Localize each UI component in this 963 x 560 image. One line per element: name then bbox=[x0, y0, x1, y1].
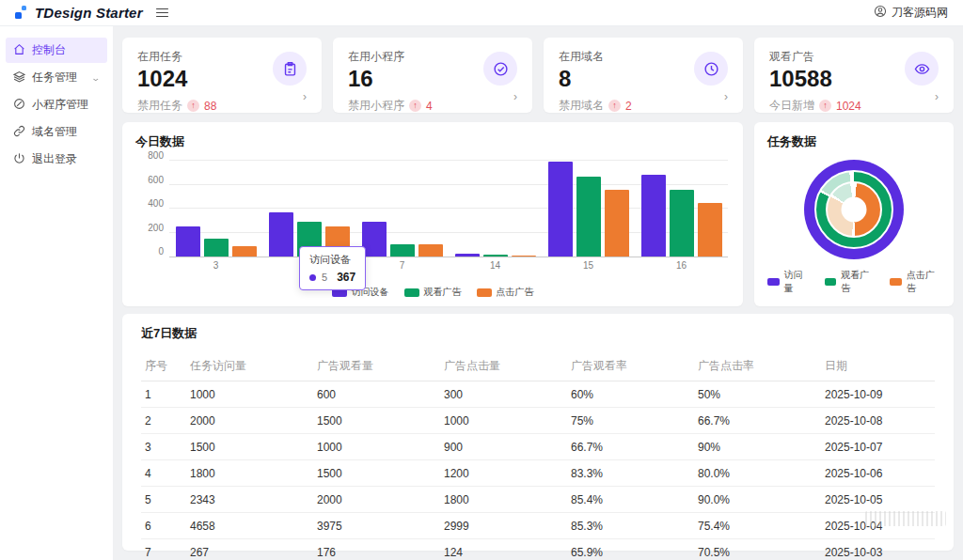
table-cell: 267 bbox=[186, 539, 313, 560]
table-cell: 2025-10-07 bbox=[821, 434, 935, 460]
user-menu[interactable]: 刀客源码网 bbox=[874, 5, 948, 21]
bar-点击广告 bbox=[418, 244, 443, 257]
sidebar-item-label: 域名管理 bbox=[32, 124, 77, 140]
stat-sub-value: 4 bbox=[426, 100, 433, 113]
y-axis-tick: 0 bbox=[135, 246, 164, 257]
tooltip-title: 访问设备 bbox=[309, 253, 355, 267]
stat-card-1[interactable]: 在用小程序16禁用小程序↑4› bbox=[333, 38, 532, 113]
stat-card-3[interactable]: 观看广告10588今日新增↑1024› bbox=[754, 38, 954, 113]
sidebar-item-label: 任务管理 bbox=[32, 70, 77, 86]
table-cell: 600 bbox=[313, 381, 440, 408]
legend-swatch bbox=[890, 278, 902, 286]
tdesign-logo-icon bbox=[15, 6, 27, 20]
stat-card-2[interactable]: 在用域名8禁用域名↑2› bbox=[544, 38, 743, 113]
chart-tooltip: 访问设备 5 367 bbox=[299, 246, 366, 290]
stat-sub-value: 2 bbox=[625, 100, 632, 113]
legend-swatch bbox=[825, 278, 837, 286]
sidebar-item-0[interactable]: 控制台 bbox=[6, 38, 107, 63]
y-axis-tick: 600 bbox=[135, 175, 164, 185]
table-column-header: 日期 bbox=[821, 351, 935, 381]
trend-up-icon: ↑ bbox=[608, 100, 621, 112]
stat-card-row: 在用任务1024禁用任务↑88›在用小程序16禁用小程序↑4›在用域名8禁用域名… bbox=[122, 38, 954, 113]
table-row: 418001500120083.3%80.0%2025-10-06 bbox=[141, 460, 935, 487]
x-axis-tick: 3 bbox=[176, 260, 257, 271]
brand-title: TDesign Starter bbox=[35, 5, 143, 21]
table-cell: 1200 bbox=[440, 460, 567, 487]
sidebar-item-2[interactable]: 小程序管理 bbox=[6, 92, 107, 117]
chevron-right-icon[interactable]: › bbox=[303, 91, 307, 102]
top-header: TDesign Starter 刀客源码网 bbox=[0, 0, 963, 26]
legend-label: 点击广告 bbox=[497, 286, 534, 299]
bar-group-15: 15 bbox=[548, 162, 629, 257]
trend-up-icon: ↑ bbox=[409, 100, 421, 112]
recent-data-card: 近7日数据 序号任务访问量广告观看量广告点击量广告观看率广告点击率日期 1100… bbox=[122, 314, 954, 551]
eye-icon bbox=[905, 52, 939, 86]
table-cell: 60% bbox=[567, 381, 694, 408]
legend-item[interactable]: 点击广告 bbox=[890, 269, 940, 295]
table-cell: 7 bbox=[141, 539, 186, 560]
table-cell: 3 bbox=[141, 434, 186, 460]
table-column-header: 序号 bbox=[141, 351, 186, 381]
table-cell: 2025-10-09 bbox=[821, 381, 935, 408]
bar-group-14: 14 bbox=[455, 162, 536, 257]
chevron-right-icon[interactable]: › bbox=[513, 91, 517, 102]
stat-sub-label: 禁用任务 bbox=[137, 98, 182, 114]
sidebar-item-3[interactable]: 域名管理 bbox=[6, 119, 107, 145]
brand-logo: TDesign Starter bbox=[15, 5, 143, 21]
x-axis-tick: 14 bbox=[455, 260, 536, 271]
chevron-right-icon[interactable]: › bbox=[724, 91, 728, 102]
table-cell: 66.7% bbox=[567, 434, 694, 460]
legend-swatch bbox=[404, 288, 419, 297]
main-content: 在用任务1024禁用任务↑88›在用小程序16禁用小程序↑4›在用域名8禁用域名… bbox=[113, 26, 963, 560]
table-cell: 4 bbox=[141, 460, 186, 487]
y-axis-tick: 800 bbox=[135, 150, 164, 161]
stat-sub-label: 禁用小程序 bbox=[348, 98, 404, 114]
table-cell: 66.7% bbox=[694, 408, 821, 434]
link-icon bbox=[13, 125, 25, 140]
legend-item[interactable]: 访问量 bbox=[767, 269, 810, 295]
table-cell: 2025-10-08 bbox=[821, 408, 935, 434]
gridline bbox=[169, 160, 728, 161]
table-cell: 2025-10-03 bbox=[821, 539, 935, 560]
x-axis-tick: 7 bbox=[362, 260, 443, 271]
bar-chart-legend: 访问设备观看广告点击广告 bbox=[135, 286, 730, 299]
table-cell: 90% bbox=[694, 434, 821, 460]
menu-collapse-icon[interactable] bbox=[156, 7, 171, 20]
table-row: 1100060030060%50%2025-10-09 bbox=[141, 381, 935, 408]
tooltip-series-label: 5 bbox=[322, 272, 327, 283]
table-cell: 50% bbox=[694, 381, 821, 408]
sidebar-item-label: 退出登录 bbox=[32, 151, 77, 167]
donut-chart bbox=[767, 150, 940, 269]
table-cell: 6 bbox=[141, 513, 186, 539]
clipboard-icon bbox=[273, 52, 307, 86]
table-column-header: 广告点击率 bbox=[694, 351, 821, 381]
table-row: 726717612465.9%70.5%2025-10-03 bbox=[141, 539, 935, 560]
table-cell: 75.4% bbox=[694, 513, 821, 539]
bar-观看广告 bbox=[670, 190, 694, 257]
sidebar-item-1[interactable]: 任务管理⌄ bbox=[6, 65, 107, 90]
table-title: 近7日数据 bbox=[141, 325, 935, 342]
table-cell: 70.5% bbox=[694, 539, 821, 560]
sidebar-item-4[interactable]: 退出登录 bbox=[6, 147, 107, 172]
stat-card-0[interactable]: 在用任务1024禁用任务↑88› bbox=[122, 38, 322, 113]
charts-row: 今日数据 357141516 0200400600800 访问设备观看广告点击广… bbox=[122, 122, 954, 306]
app-window: TDesign Starter 刀客源码网 控制台任务管理⌄小程序管理域名管理退… bbox=[0, 0, 963, 560]
table-cell: 2343 bbox=[186, 487, 313, 513]
table-cell: 1800 bbox=[440, 487, 567, 513]
table-cell: 2025-10-06 bbox=[821, 460, 935, 487]
chevron-right-icon[interactable]: › bbox=[935, 91, 939, 102]
table-cell: 2999 bbox=[440, 513, 567, 539]
donut-chart-legend: 访问量观看广告点击广告 bbox=[767, 269, 940, 295]
bar-chart-title: 今日数据 bbox=[135, 133, 730, 150]
table-cell: 5 bbox=[141, 487, 186, 513]
bar-group-7: 7 bbox=[362, 162, 443, 257]
legend-item[interactable]: 观看广告 bbox=[404, 286, 462, 299]
bar-group-3: 3 bbox=[176, 162, 257, 257]
donut-hole bbox=[842, 197, 867, 223]
table-row: 523432000180085.4%90.0%2025-10-05 bbox=[141, 487, 935, 513]
legend-item[interactable]: 点击广告 bbox=[477, 286, 534, 299]
clock-icon bbox=[694, 52, 728, 86]
watermark bbox=[865, 511, 946, 526]
bar-访问设备 bbox=[641, 175, 666, 257]
legend-item[interactable]: 观看广告 bbox=[825, 269, 876, 295]
